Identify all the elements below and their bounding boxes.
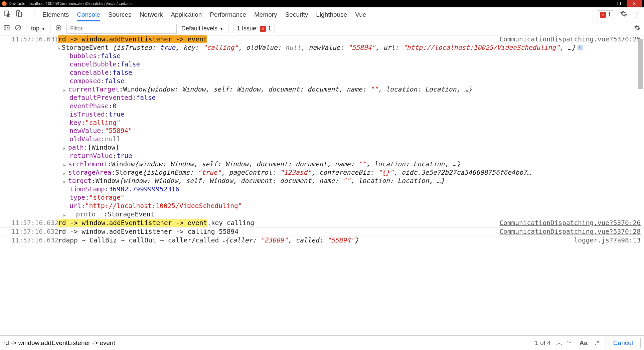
more-icon[interactable]: ⋮ — [633, 10, 641, 19]
window-minimize[interactable]: — — [596, 0, 611, 7]
window-maximize[interactable]: ❐ — [611, 0, 627, 7]
tab-console[interactable]: Console — [77, 11, 100, 21]
svg-rect-2 — [18, 12, 21, 17]
tab-memory[interactable]: Memory — [254, 11, 277, 18]
scrollbar[interactable] — [638, 35, 644, 136]
cancel-button[interactable]: Cancel — [606, 337, 641, 349]
source-link[interactable]: logger.js?7a98:13 — [567, 236, 641, 245]
log-row[interactable]: 11:57:16.631 rd -> window.addEventListen… — [0, 35, 644, 44]
match-case[interactable]: Aa — [579, 338, 588, 348]
log-message: rd -> window.addEventListener -> event — [58, 35, 207, 43]
find-next[interactable]: ﹀ — [566, 338, 575, 348]
expand-icon[interactable] — [63, 169, 68, 177]
tab-vue[interactable]: Vue — [355, 11, 366, 18]
log-levels[interactable]: Default levels ▼ — [181, 25, 223, 32]
find-prev[interactable]: ︿ — [555, 338, 564, 348]
svg-point-6 — [57, 27, 60, 29]
tab-network[interactable]: Network — [140, 11, 163, 18]
find-count: 1 of 4 — [535, 339, 551, 347]
timestamp: 11:57:16.632 — [11, 219, 58, 227]
log-row[interactable]: 11:57:16.632 rd -> window.addEventListen… — [0, 219, 644, 227]
expand-icon[interactable] — [63, 177, 68, 185]
filter-input[interactable]: Filter — [66, 24, 177, 34]
tab-application[interactable]: Application — [171, 11, 202, 18]
log-row[interactable]: 11:57:16.632 rd -> window.addEventListen… — [0, 227, 644, 236]
object-body: bubbles: false cancelBubble: false cance… — [0, 52, 644, 219]
timestamp: 11:57:16.631 — [11, 35, 58, 44]
clear-console-icon[interactable] — [15, 24, 21, 33]
devtools-icon — [2, 1, 7, 6]
expand-icon[interactable] — [63, 144, 68, 152]
use-regex[interactable]: .* — [592, 338, 602, 348]
tab-performance[interactable]: Performance — [210, 11, 246, 18]
tab-elements[interactable]: Elements — [42, 11, 69, 18]
device-toggle-icon[interactable] — [15, 10, 23, 19]
console-settings-icon[interactable] — [634, 26, 641, 32]
source-link[interactable]: CommunicationDispatching.vue?5370:26 — [493, 219, 641, 227]
window-titlebar: DevTools - localhost:10025/Communication… — [0, 0, 644, 7]
source-link[interactable]: CommunicationDispatching.vue?5370:28 — [493, 228, 641, 236]
panel-tabs: Elements Console Sources Network Applica… — [0, 7, 644, 22]
issues-pill[interactable]: 1 Issue: ✕ 1 — [233, 24, 275, 33]
expand-icon[interactable] — [63, 160, 68, 169]
tab-lighthouse[interactable]: Lighthouse — [316, 11, 347, 18]
timestamp: 11:57:16.632 — [11, 236, 58, 245]
inspect-icon[interactable] — [3, 10, 11, 19]
context-selector[interactable]: top ▼ — [31, 25, 45, 32]
sidebar-toggle-icon[interactable] — [3, 24, 10, 33]
expand-icon[interactable] — [63, 85, 68, 94]
window-title: DevTools - localhost:10025/Communication… — [9, 1, 133, 6]
console-toolbar: top ▼ Filter Default levels ▼ 1 Issue: ✕… — [0, 22, 644, 35]
log-row[interactable]: 11:57:16.632 rdapp ~ CallBiz ~ callOut ~… — [0, 236, 644, 245]
expand-icon[interactable] — [63, 210, 68, 219]
console-output[interactable]: 11:57:16.631 rd -> window.addEventListen… — [0, 35, 644, 335]
live-expression-icon[interactable] — [55, 24, 62, 33]
expand-icon[interactable] — [58, 44, 60, 52]
source-link[interactable]: CommunicationDispatching.vue?5370:25 — [493, 35, 641, 44]
issues-badge[interactable]: ✕1 — [597, 10, 614, 19]
object-header[interactable]: StorageEvent {isTrusted: true, key: "cal… — [0, 44, 644, 52]
timestamp: 11:57:16.632 — [11, 228, 58, 236]
tab-security[interactable]: Security — [285, 11, 308, 18]
find-bar: 1 of 4 ︿ ﹀ Aa .* Cancel — [0, 335, 644, 350]
settings-icon[interactable] — [620, 10, 627, 19]
info-icon[interactable] — [578, 45, 583, 50]
window-close[interactable]: ✕ — [627, 0, 642, 7]
tab-sources[interactable]: Sources — [108, 11, 132, 18]
find-input[interactable] — [3, 339, 204, 347]
